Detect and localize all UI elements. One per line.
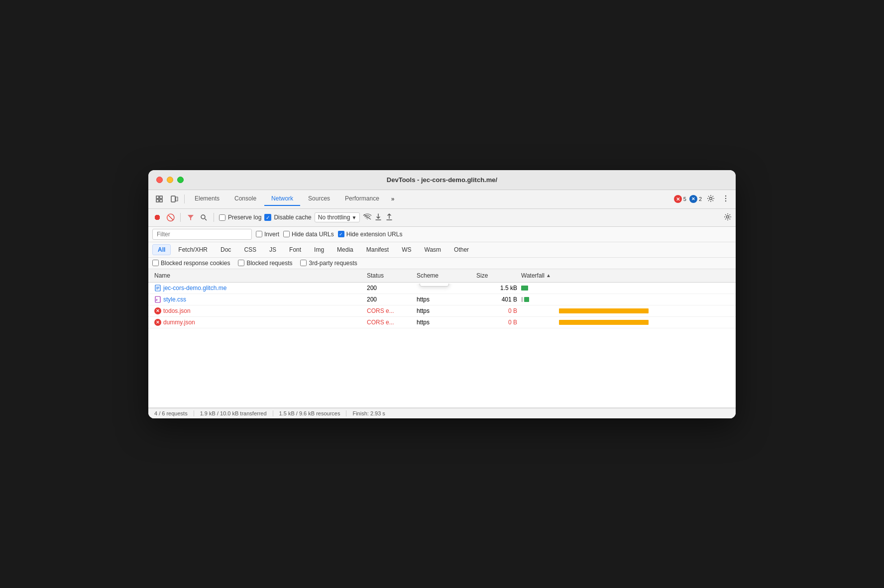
disable-cache-label[interactable]: ✓ Disable cache xyxy=(264,214,311,221)
table-row[interactable]: ✕ dummy.json CORS e... https 0 B xyxy=(148,317,736,328)
preserve-log-area: Preserve log ✓ Disable cache No throttli… xyxy=(219,212,360,222)
checkboxes-row: Blocked response cookies Blocked request… xyxy=(148,258,736,269)
device-icon[interactable] xyxy=(167,193,181,205)
col-scheme-header[interactable]: Scheme xyxy=(415,271,474,280)
type-btn-ws[interactable]: WS xyxy=(396,244,417,255)
name-cell-1: jec-cors-demo.glitch.me xyxy=(152,284,365,293)
filter-input[interactable] xyxy=(152,229,252,240)
tab-performance[interactable]: Performance xyxy=(338,192,386,206)
devtools-settings-icon[interactable] xyxy=(705,193,717,206)
disable-cache-check: ✓ xyxy=(264,214,271,221)
type-btn-wasm[interactable]: Wasm xyxy=(419,244,447,255)
type-btn-font[interactable]: Font xyxy=(284,244,307,255)
type-btn-all[interactable]: All xyxy=(152,244,171,255)
network-conditions-icon[interactable] xyxy=(363,213,372,222)
svg-point-9 xyxy=(725,200,726,201)
invert-checkbox-label[interactable]: Invert xyxy=(256,231,279,238)
status-cell-1: 200 xyxy=(365,284,415,293)
type-btn-manifest[interactable]: Manifest xyxy=(361,244,394,255)
search-button[interactable] xyxy=(199,212,209,222)
size-cell-2: 401 B xyxy=(474,295,519,304)
zoom-button[interactable] xyxy=(177,177,184,183)
export-har-button[interactable] xyxy=(386,213,393,222)
size-cell-3: 0 B xyxy=(474,306,519,315)
svg-text:#: # xyxy=(156,298,158,301)
svg-point-7 xyxy=(725,195,726,196)
col-waterfall-header[interactable]: Waterfall ▲ xyxy=(519,271,732,280)
blocked-cookies-checkbox[interactable] xyxy=(152,260,159,266)
warning-count-badge[interactable]: ✕ 2 xyxy=(689,195,702,203)
waterfall-cell-2 xyxy=(519,296,732,303)
type-btn-img[interactable]: Img xyxy=(309,244,330,255)
status-cell-3: CORS e... xyxy=(365,306,415,315)
svg-point-8 xyxy=(725,197,726,198)
status-bar: 4 / 6 requests 1.9 kB / 10.0 kB transfer… xyxy=(148,408,736,418)
throttle-select[interactable]: No throttling ▼ xyxy=(315,212,360,222)
table-row[interactable]: # style.css 200 https 401 B xyxy=(148,294,736,305)
hide-extension-urls-label[interactable]: ✓ Hide extension URLs xyxy=(338,231,403,238)
third-party-label[interactable]: 3rd-party requests xyxy=(300,260,357,267)
file-name-4: dummy.json xyxy=(163,319,195,326)
inspector-icon[interactable] xyxy=(152,193,166,205)
requests-count: 4 / 6 requests xyxy=(154,410,194,416)
type-btn-fetch[interactable]: Fetch/XHR xyxy=(173,244,213,255)
type-btn-doc[interactable]: Doc xyxy=(215,244,236,255)
tab-sources[interactable]: Sources xyxy=(301,192,337,206)
third-party-checkbox[interactable] xyxy=(300,260,307,266)
scheme-cell-1: https 200 OK ➘ xyxy=(415,284,474,293)
name-cell-3: ✕ todos.json xyxy=(152,306,365,315)
more-tabs-button[interactable]: » xyxy=(387,194,399,204)
import-har-button[interactable] xyxy=(375,213,382,222)
svg-point-10 xyxy=(201,215,205,219)
blocked-requests-label[interactable]: Blocked requests xyxy=(238,260,292,267)
blocked-cookies-label[interactable]: Blocked response cookies xyxy=(152,260,230,267)
title-bar: DevTools - jec-cors-demo.glitch.me/ xyxy=(148,170,736,190)
size-cell-1: 1.5 kB xyxy=(474,284,519,293)
record-button[interactable]: ⏺ xyxy=(152,212,162,222)
svg-rect-0 xyxy=(156,196,159,198)
preserve-log-checkbox[interactable] xyxy=(219,214,225,221)
table-row[interactable]: ✕ todos.json CORS e... https 0 B xyxy=(148,305,736,317)
file-name-3: todos.json xyxy=(163,307,191,314)
file-name-1: jec-cors-demo.glitch.me xyxy=(163,285,226,292)
warning-count: 2 xyxy=(699,196,702,202)
network-table: Name Status Scheme Size Waterfall ▲ xyxy=(148,269,736,408)
type-btn-media[interactable]: Media xyxy=(332,244,359,255)
scheme-cell-2: https xyxy=(415,295,474,304)
col-name-header[interactable]: Name xyxy=(152,271,365,280)
minimize-button[interactable] xyxy=(167,177,173,183)
filter-bar: Invert Hide data URLs ✓ Hide extension U… xyxy=(148,227,736,242)
waterfall-cell-1 xyxy=(519,285,732,292)
window-title: DevTools - jec-cors-demo.glitch.me/ xyxy=(387,176,497,184)
import-export-area xyxy=(375,213,393,222)
preserve-log-label[interactable]: Preserve log xyxy=(219,214,261,221)
hide-data-urls-checkbox[interactable] xyxy=(283,231,290,237)
type-btn-css[interactable]: CSS xyxy=(238,244,262,255)
devtools-window: DevTools - jec-cors-demo.glitch.me/ xyxy=(148,170,736,418)
svg-rect-5 xyxy=(176,197,178,201)
tab-elements[interactable]: Elements xyxy=(188,192,226,206)
network-settings-button[interactable] xyxy=(724,213,732,222)
filter-button[interactable] xyxy=(186,212,196,222)
tab-divider xyxy=(184,195,185,203)
type-btn-js[interactable]: JS xyxy=(264,244,282,255)
error-count-badge[interactable]: ✕ 5 xyxy=(674,195,686,203)
sort-arrow: ▲ xyxy=(546,273,551,278)
devtools-menu-icon[interactable] xyxy=(720,193,732,206)
tab-console[interactable]: Console xyxy=(227,192,263,206)
invert-checkbox[interactable] xyxy=(256,231,262,237)
file-name-2: style.css xyxy=(163,296,186,303)
close-button[interactable] xyxy=(156,177,163,183)
col-size-header[interactable]: Size xyxy=(474,271,519,280)
empty-table-area xyxy=(148,328,736,408)
blocked-requests-checkbox[interactable] xyxy=(238,260,244,266)
col-status-header[interactable]: Status xyxy=(365,271,415,280)
svg-point-13 xyxy=(727,215,729,218)
table-row[interactable]: jec-cors-demo.glitch.me 200 https 200 OK… xyxy=(148,283,736,294)
error-icon: ✕ xyxy=(674,195,682,203)
type-btn-other[interactable]: Other xyxy=(448,244,474,255)
clear-button[interactable]: 🚫 xyxy=(165,212,175,222)
tab-network[interactable]: Network xyxy=(264,192,300,206)
waterfall-cell-3 xyxy=(519,307,732,314)
hide-data-urls-label[interactable]: Hide data URLs xyxy=(283,231,334,238)
